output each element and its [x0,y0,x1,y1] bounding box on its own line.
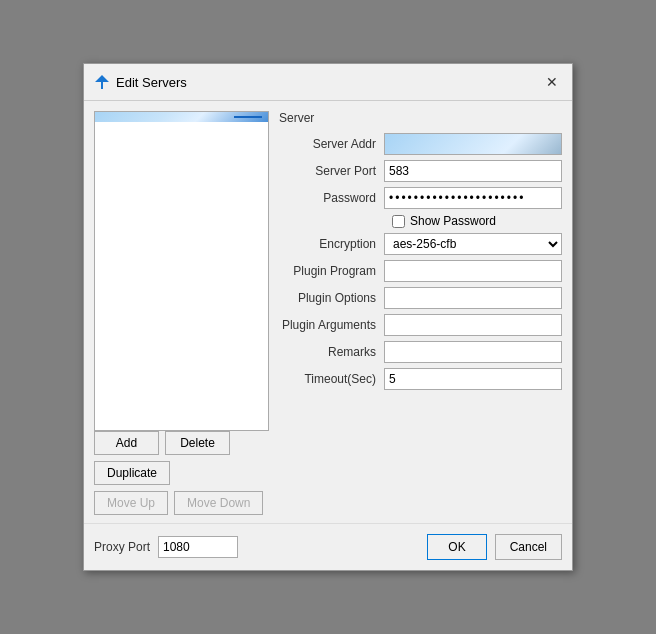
server-addr-label: Server Addr [279,137,384,151]
password-label: Password [279,191,384,205]
right-panel: Server Server Addr Server Port Password … [279,111,562,431]
move-row: Move Up Move Down [94,491,269,515]
show-password-label: Show Password [410,214,496,228]
server-addr-row: Server Addr [279,133,562,155]
plugin-arguments-input[interactable] [384,314,562,336]
proxy-port-row: Proxy Port [94,536,238,558]
encryption-row: Encryption aes-256-cfb aes-128-cfb chach… [279,233,562,255]
timeout-label: Timeout(Sec) [279,372,384,386]
edit-servers-dialog: Edit Servers ✕ Server Server Addr [83,63,573,571]
plugin-program-input[interactable] [384,260,562,282]
move-down-button[interactable]: Move Down [174,491,263,515]
cancel-button[interactable]: Cancel [495,534,562,560]
proxy-port-label: Proxy Port [94,540,150,554]
password-input[interactable] [384,187,562,209]
ok-button[interactable]: OK [427,534,486,560]
dialog-title: Edit Servers [116,75,187,90]
server-port-label: Server Port [279,164,384,178]
plugin-arguments-row: Plugin Arguments [279,314,562,336]
remarks-row: Remarks [279,341,562,363]
duplicate-button[interactable]: Duplicate [94,461,170,485]
plugin-options-label: Plugin Options [279,291,384,305]
encryption-label: Encryption [279,237,384,251]
show-password-row: Show Password [279,214,562,228]
server-port-row: Server Port [279,160,562,182]
left-panel [94,111,269,431]
close-button[interactable]: ✕ [542,72,562,92]
server-addr-input[interactable] [384,133,562,155]
title-bar: Edit Servers ✕ [84,64,572,101]
delete-button[interactable]: Delete [165,431,230,455]
timeout-row: Timeout(Sec) [279,368,562,390]
bottom-row: Proxy Port OK Cancel [84,523,572,570]
server-port-input[interactable] [384,160,562,182]
plugin-options-row: Plugin Options [279,287,562,309]
server-section-label: Server [279,111,562,125]
encryption-select[interactable]: aes-256-cfb aes-128-cfb chacha20 rc4-md5… [384,233,562,255]
timeout-input[interactable] [384,368,562,390]
proxy-port-input[interactable] [158,536,238,558]
password-row: Password [279,187,562,209]
list-item-badge [234,116,262,118]
list-item[interactable] [95,112,268,122]
duplicate-row: Duplicate [94,461,269,485]
title-bar-left: Edit Servers [94,74,187,90]
ok-cancel-row: OK Cancel [427,534,562,560]
plugin-options-input[interactable] [384,287,562,309]
plugin-arguments-label: Plugin Arguments [279,318,384,332]
plugin-program-label: Plugin Program [279,264,384,278]
add-button[interactable]: Add [94,431,159,455]
remarks-input[interactable] [384,341,562,363]
plugin-program-row: Plugin Program [279,260,562,282]
app-icon [94,74,110,90]
server-list[interactable] [94,111,269,431]
remarks-label: Remarks [279,345,384,359]
dialog-body: Server Server Addr Server Port Password … [84,101,572,441]
add-delete-row: Add Delete [94,431,269,455]
show-password-checkbox[interactable] [392,215,405,228]
svg-marker-0 [95,75,109,89]
move-up-button[interactable]: Move Up [94,491,168,515]
